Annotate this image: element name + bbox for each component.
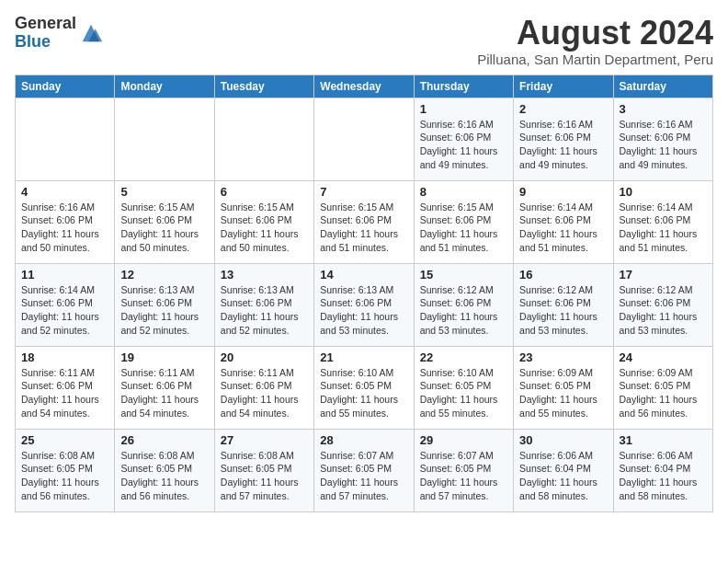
logo: General Blue	[15, 15, 104, 52]
day-info: Sunrise: 6:13 AM Sunset: 6:06 PM Dayligh…	[221, 283, 308, 338]
day-info: Sunrise: 6:12 AM Sunset: 6:06 PM Dayligh…	[620, 283, 707, 338]
day-number: 3	[620, 102, 707, 116]
calendar-week-row: 1Sunrise: 6:16 AM Sunset: 6:06 PM Daylig…	[16, 98, 713, 180]
calendar-day-cell	[214, 98, 313, 180]
logo-icon	[78, 20, 104, 46]
calendar-day-cell: 24Sunrise: 6:09 AM Sunset: 6:05 PM Dayli…	[613, 346, 712, 429]
day-of-week-header: Tuesday	[214, 75, 313, 98]
calendar-week-row: 25Sunrise: 6:08 AM Sunset: 6:05 PM Dayli…	[16, 429, 713, 511]
calendar-day-cell: 20Sunrise: 6:11 AM Sunset: 6:06 PM Dayli…	[214, 346, 313, 429]
day-number: 17	[620, 268, 707, 282]
day-number: 9	[519, 185, 607, 199]
day-of-week-header: Friday	[514, 75, 613, 98]
day-number: 19	[120, 350, 208, 364]
day-info: Sunrise: 6:15 AM Sunset: 6:06 PM Dayligh…	[320, 201, 407, 255]
logo-general: General	[15, 15, 76, 33]
day-info: Sunrise: 6:06 AM Sunset: 6:04 PM Dayligh…	[519, 449, 607, 503]
day-of-week-header: Thursday	[414, 75, 513, 98]
calendar-day-cell: 30Sunrise: 6:06 AM Sunset: 6:04 PM Dayli…	[514, 429, 613, 511]
day-number: 21	[320, 350, 407, 364]
day-of-week-header: Wednesday	[314, 75, 414, 98]
calendar-day-cell: 29Sunrise: 6:07 AM Sunset: 6:05 PM Dayli…	[414, 429, 513, 511]
day-number: 30	[519, 433, 607, 447]
calendar-day-cell: 23Sunrise: 6:09 AM Sunset: 6:05 PM Dayli…	[514, 346, 613, 429]
day-number: 27	[221, 433, 308, 447]
calendar-day-cell: 11Sunrise: 6:14 AM Sunset: 6:06 PM Dayli…	[16, 263, 115, 346]
day-info: Sunrise: 6:09 AM Sunset: 6:05 PM Dayligh…	[519, 366, 607, 420]
calendar-day-cell: 25Sunrise: 6:08 AM Sunset: 6:05 PM Dayli…	[16, 429, 115, 511]
day-number: 1	[420, 102, 507, 116]
day-info: Sunrise: 6:15 AM Sunset: 6:06 PM Dayligh…	[120, 201, 208, 255]
calendar-day-cell: 12Sunrise: 6:13 AM Sunset: 6:06 PM Dayli…	[115, 263, 214, 346]
calendar-day-cell: 2Sunrise: 6:16 AM Sunset: 6:06 PM Daylig…	[514, 98, 613, 180]
calendar-day-cell: 6Sunrise: 6:15 AM Sunset: 6:06 PM Daylig…	[214, 180, 313, 263]
day-number: 6	[221, 185, 308, 199]
day-number: 20	[221, 350, 308, 364]
day-info: Sunrise: 6:11 AM Sunset: 6:06 PM Dayligh…	[120, 366, 208, 420]
calendar-day-cell: 16Sunrise: 6:12 AM Sunset: 6:06 PM Dayli…	[514, 263, 613, 346]
day-number: 13	[221, 268, 308, 282]
day-of-week-header: Sunday	[16, 75, 115, 98]
calendar-day-cell: 13Sunrise: 6:13 AM Sunset: 6:06 PM Dayli…	[214, 263, 313, 346]
day-info: Sunrise: 6:09 AM Sunset: 6:05 PM Dayligh…	[620, 366, 707, 420]
day-number: 28	[320, 433, 407, 447]
day-number: 7	[320, 185, 407, 199]
calendar-day-cell: 19Sunrise: 6:11 AM Sunset: 6:06 PM Dayli…	[115, 346, 214, 429]
calendar-day-cell: 15Sunrise: 6:12 AM Sunset: 6:06 PM Dayli…	[414, 263, 513, 346]
day-number: 18	[21, 350, 108, 364]
day-of-week-header: Saturday	[613, 75, 712, 98]
day-info: Sunrise: 6:10 AM Sunset: 6:05 PM Dayligh…	[420, 366, 507, 420]
day-info: Sunrise: 6:10 AM Sunset: 6:05 PM Dayligh…	[320, 366, 407, 420]
day-info: Sunrise: 6:07 AM Sunset: 6:05 PM Dayligh…	[420, 449, 507, 503]
calendar-day-cell: 4Sunrise: 6:16 AM Sunset: 6:06 PM Daylig…	[16, 180, 115, 263]
day-number: 14	[320, 268, 407, 282]
calendar-day-cell: 31Sunrise: 6:06 AM Sunset: 6:04 PM Dayli…	[613, 429, 712, 511]
day-info: Sunrise: 6:07 AM Sunset: 6:05 PM Dayligh…	[320, 449, 407, 503]
day-number: 22	[420, 350, 507, 364]
day-info: Sunrise: 6:13 AM Sunset: 6:06 PM Dayligh…	[120, 283, 208, 338]
page-header: General Blue August 2024 Pilluana, San M…	[15, 15, 713, 67]
title-block: August 2024 Pilluana, San Martin Departm…	[477, 15, 713, 67]
day-number: 12	[120, 268, 208, 282]
main-title: August 2024	[477, 15, 713, 52]
day-number: 2	[519, 102, 607, 116]
calendar-day-cell: 21Sunrise: 6:10 AM Sunset: 6:05 PM Dayli…	[314, 346, 414, 429]
day-number: 23	[519, 350, 607, 364]
day-info: Sunrise: 6:12 AM Sunset: 6:06 PM Dayligh…	[519, 283, 607, 338]
day-info: Sunrise: 6:11 AM Sunset: 6:06 PM Dayligh…	[21, 366, 108, 420]
day-info: Sunrise: 6:14 AM Sunset: 6:06 PM Dayligh…	[21, 283, 108, 338]
calendar-week-row: 11Sunrise: 6:14 AM Sunset: 6:06 PM Dayli…	[16, 263, 713, 346]
day-of-week-header: Monday	[115, 75, 214, 98]
calendar-day-cell: 8Sunrise: 6:15 AM Sunset: 6:06 PM Daylig…	[414, 180, 513, 263]
calendar-day-cell: 17Sunrise: 6:12 AM Sunset: 6:06 PM Dayli…	[613, 263, 712, 346]
calendar-day-cell: 22Sunrise: 6:10 AM Sunset: 6:05 PM Dayli…	[414, 346, 513, 429]
day-number: 24	[620, 350, 707, 364]
day-number: 4	[21, 185, 108, 199]
day-info: Sunrise: 6:12 AM Sunset: 6:06 PM Dayligh…	[420, 283, 507, 338]
day-info: Sunrise: 6:08 AM Sunset: 6:05 PM Dayligh…	[21, 449, 108, 503]
day-info: Sunrise: 6:13 AM Sunset: 6:06 PM Dayligh…	[320, 283, 407, 338]
day-info: Sunrise: 6:16 AM Sunset: 6:06 PM Dayligh…	[420, 118, 507, 172]
calendar-day-cell: 10Sunrise: 6:14 AM Sunset: 6:06 PM Dayli…	[613, 180, 712, 263]
day-info: Sunrise: 6:15 AM Sunset: 6:06 PM Dayligh…	[221, 201, 308, 255]
day-info: Sunrise: 6:16 AM Sunset: 6:06 PM Dayligh…	[519, 118, 607, 172]
calendar-day-cell	[16, 98, 115, 180]
day-number: 10	[620, 185, 707, 199]
day-info: Sunrise: 6:08 AM Sunset: 6:05 PM Dayligh…	[221, 449, 308, 503]
calendar-day-cell	[314, 98, 414, 180]
calendar-day-cell: 1Sunrise: 6:16 AM Sunset: 6:06 PM Daylig…	[414, 98, 513, 180]
calendar-day-cell: 28Sunrise: 6:07 AM Sunset: 6:05 PM Dayli…	[314, 429, 414, 511]
day-info: Sunrise: 6:08 AM Sunset: 6:05 PM Dayligh…	[120, 449, 208, 503]
day-number: 15	[420, 268, 507, 282]
day-info: Sunrise: 6:16 AM Sunset: 6:06 PM Dayligh…	[21, 201, 108, 255]
calendar-day-cell: 14Sunrise: 6:13 AM Sunset: 6:06 PM Dayli…	[314, 263, 414, 346]
days-header-row: SundayMondayTuesdayWednesdayThursdayFrid…	[16, 75, 713, 98]
calendar-day-cell: 7Sunrise: 6:15 AM Sunset: 6:06 PM Daylig…	[314, 180, 414, 263]
day-info: Sunrise: 6:11 AM Sunset: 6:06 PM Dayligh…	[221, 366, 308, 420]
day-number: 25	[21, 433, 108, 447]
day-info: Sunrise: 6:15 AM Sunset: 6:06 PM Dayligh…	[420, 201, 507, 255]
day-number: 29	[420, 433, 507, 447]
calendar-day-cell: 18Sunrise: 6:11 AM Sunset: 6:06 PM Dayli…	[16, 346, 115, 429]
calendar-day-cell: 5Sunrise: 6:15 AM Sunset: 6:06 PM Daylig…	[115, 180, 214, 263]
calendar-day-cell: 3Sunrise: 6:16 AM Sunset: 6:06 PM Daylig…	[613, 98, 712, 180]
